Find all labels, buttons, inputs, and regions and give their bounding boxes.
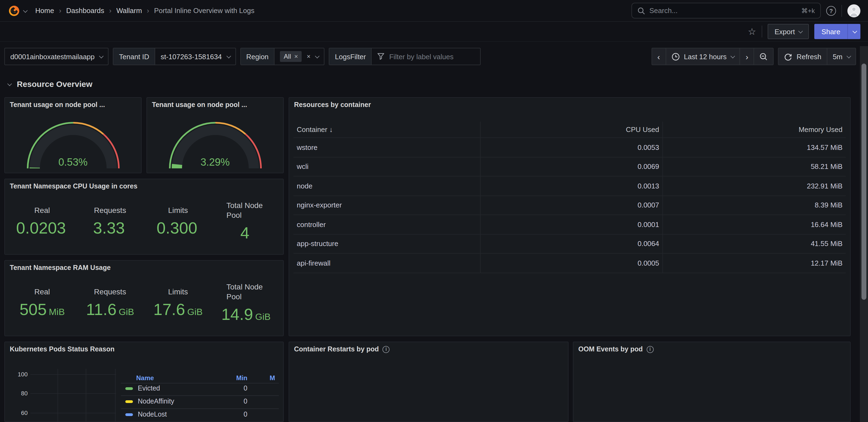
tenant-variable-value: st-107263-1581634 [161,52,222,61]
gauge-value: 0.53% [24,157,122,168]
cell-container: wcli [293,163,480,171]
panel-title[interactable]: Tenant usage on node pool ... [10,101,105,109]
cell-memory: 8.39 MiB [662,201,846,209]
y-axis-tick: 60 [9,410,28,416]
legend-min-value: 0 [228,398,247,405]
legend-item-evicted[interactable]: Evicted [125,385,160,392]
stat-total-node-pool: Total Node Pool 4 [212,192,280,250]
zoom-out-icon [760,52,768,61]
dashboard-toolbar: ☆ Export Share [0,22,868,42]
tenant-variable-dropdown[interactable]: st-107263-1581634 [155,48,236,65]
user-avatar[interactable] [847,4,860,17]
tenant-variable: Tenant ID st-107263-1581634 [113,48,236,65]
gauge-chart: 0.53% [24,120,122,173]
search-input[interactable]: Search... ⌘+k [631,3,821,19]
table-header-memory-used[interactable]: Memory Used [662,125,846,134]
panel-title[interactable]: Resources by container [294,101,371,109]
legend-header-max[interactable]: M [270,374,275,382]
cell-cpu: 0.0053 [480,143,662,151]
breadcrumb-separator: › [147,6,149,15]
time-shift-back-button[interactable]: ‹ [652,48,666,65]
search-icon [638,7,645,15]
share-button[interactable]: Share [814,24,847,39]
y-axis-tick: 100 [9,371,28,377]
funnel-icon [377,53,385,60]
region-chip-all[interactable]: All × [280,51,302,62]
table-row: node 0.0013 232.91 MiB [293,176,846,196]
gridline [30,374,116,374]
stat-row: Real 505MiB Requests 11.6GiB Limits 17.6… [8,274,280,331]
breadcrumb-separator: › [109,6,112,15]
legend-min-value: 0 [228,385,247,392]
clear-all-icon[interactable]: × [307,53,311,60]
chevron-down-icon [226,54,231,58]
panel-k8s-pods-status: Kubernetes Pods Status Reason 100 80 60 … [4,342,284,422]
legend-header-name[interactable]: Name [136,374,154,382]
scrollbar-thumb[interactable] [862,63,866,300]
refresh-button[interactable]: Refresh [779,48,827,65]
scrollbar-track[interactable] [860,46,868,422]
chip-remove-icon[interactable]: × [294,53,298,60]
chevron-down-icon [731,54,735,58]
cell-memory: 12.17 MiB [662,259,846,267]
tenant-label: Tenant ID [114,48,155,65]
region-variable-dropdown[interactable]: All × × [275,48,324,65]
info-icon[interactable]: i [383,346,390,353]
panel-gauge-node-pool-2: Tenant usage on node pool ... 3.29% [147,97,284,173]
app-variable-value: d0001ainboxatestmailaapp [10,52,95,61]
table-row: wcli 0.0069 58.21 MiB [293,157,846,176]
legend-item-nodelost[interactable]: NodeLost [125,411,167,418]
favorite-star-icon[interactable]: ☆ [748,27,756,36]
table-row: api-firewall 0.0005 12.17 MiB [293,254,846,273]
table-header-container[interactable]: Container ↓ [293,125,480,134]
logsfilter-label: LogsFilter [330,48,372,65]
export-label: Export [774,27,795,35]
panel-resources-by-container: Resources by container Container ↓ CPU U… [289,97,850,336]
panel-title[interactable]: Tenant usage on node pool ... [152,101,247,109]
breadcrumb-home[interactable]: Home [35,6,54,15]
gridline [58,369,58,422]
chevron-down-icon [315,54,320,58]
panel-container-restarts: Container Restarts by pod i [289,342,568,422]
breadcrumb-current-page: Portal Inline Overview with Logs [154,6,254,15]
stat-limits: Limits 17.6GiB [144,274,212,331]
table-header-cpu-used[interactable]: CPU Used [480,125,662,134]
legend-divider [121,409,279,409]
region-chip-label: All [284,53,291,60]
help-button[interactable]: ? [826,6,836,16]
grafana-dashboard: Home › Dashboards › Wallarm › Portal Inl… [0,0,868,422]
app-variable-dropdown[interactable]: d0001ainboxatestmailaapp [4,48,109,65]
panel-ram-usage: Tenant Namespace RAM Usage Real 505MiB R… [4,260,284,336]
org-menu[interactable] [8,4,27,17]
cell-cpu: 0.0005 [480,259,662,267]
panel-title[interactable]: Tenant Namespace RAM Usage [10,264,111,272]
panel-title[interactable]: Tenant Namespace CPU Usage in cores [10,182,137,190]
time-controls: ‹ Last 12 hours › [651,48,856,65]
legend-item-nodeaffinity[interactable]: NodeAffinity [125,398,174,405]
time-range-picker[interactable]: Last 12 hours [666,48,740,65]
breadcrumb-dashboards[interactable]: Dashboards [66,6,104,15]
panel-title[interactable]: Kubernetes Pods Status Reason [10,345,115,353]
section-resource-overview[interactable]: Resource Overview [8,79,93,88]
breadcrumb-folder[interactable]: Wallarm [116,6,142,15]
stat-real: Real 0.0203 [8,192,76,250]
time-range-label: Last 12 hours [684,52,727,61]
refresh-interval-dropdown[interactable]: 5m [827,48,856,65]
refresh-interval-value: 5m [833,52,842,61]
gridline [86,369,86,422]
region-label: Region [241,48,275,65]
time-shift-forward-button[interactable]: › [740,48,754,65]
table-row: wstore 0.0053 134.57 MiB [293,138,846,157]
share-menu-button[interactable] [847,24,860,39]
legend-header-min[interactable]: Min [228,374,247,382]
zoom-out-button[interactable] [754,48,773,65]
export-button[interactable]: Export [767,24,809,39]
logsfilter-input[interactable]: Filter by label values [372,48,480,65]
help-icon: ? [826,6,836,16]
gridline [30,393,116,394]
panel-title[interactable]: OOM Events by pod i [578,345,654,353]
info-icon[interactable]: i [647,346,654,353]
cell-cpu: 0.0007 [480,201,662,209]
refresh-icon [784,52,792,61]
panel-title[interactable]: Container Restarts by pod i [294,345,390,353]
